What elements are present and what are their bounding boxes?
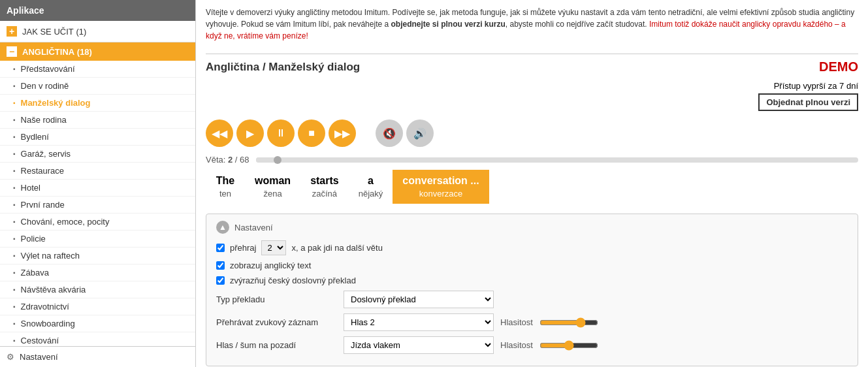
sidebar-item[interactable]: Cestování [0,332,195,346]
access-info: Přístup vyprší za 7 dní Objednat plnou v… [758,81,858,111]
sidebar-item[interactable]: Zábava [0,264,195,281]
setting-row-background: Hlas / šum na pozadí Žádný Jízda vlakem … [216,336,848,354]
gear-icon: ⚙ [7,352,14,362]
sidebar-item[interactable]: Výlet na raftech [0,247,195,264]
sentence-counter: Věta: 2 / 68 [206,155,858,165]
sidebar-footer[interactable]: ⚙ Nastavení [0,346,195,367]
pause-button[interactable]: ⏸ [267,120,295,147]
access-text: Přístup vyprší za 7 dní [774,81,858,91]
sidebar-header: Aplikace [0,0,195,21]
setting-row-highlight-czech: zvýrazňuj český doslovný překlad [216,276,848,285]
playback-control: Hlas 1 Hlas 2 Hlas 3 Hlasitost [344,313,598,331]
sidebar-item[interactable]: Bydlení [0,129,195,146]
word-cell: Theten [206,170,245,204]
plus-icon: + [7,26,17,37]
playback-select[interactable]: Hlas 1 Hlas 2 Hlas 3 [344,313,494,331]
show-english-checkbox[interactable] [216,261,225,270]
word-cell: startszačíná [300,170,349,204]
repeat-label: přehraj [230,243,256,253]
word-cell: anějaký [349,170,393,204]
settings-toggle[interactable]: ▲ Nastavení [216,221,848,234]
sentence-label: Věta: 2 / 68 [206,155,249,165]
setting-row-repeat: přehraj 21345 x, a pak jdi na další větu [216,240,848,255]
word-english: conversation ... [402,175,479,187]
background-sound-select[interactable]: Žádný Jízda vlakem Kavárna [344,336,494,354]
background-sound-label: Hlas / šum na pozadí [216,340,334,350]
progress-bar[interactable] [256,157,858,163]
repeat-checkbox[interactable] [216,244,225,252]
sidebar-item[interactable]: Manželský dialog [0,95,195,112]
progress-fill [256,157,274,163]
english-section-label: ANGLIČTINA [22,47,74,57]
show-english-label: zobrazuj anglický text [230,261,311,270]
sidebar-item[interactable]: Policie [0,231,195,247]
word-czech: začíná [312,189,337,199]
word-english: woman [255,175,291,187]
sidebar-item[interactable]: První rande [0,197,195,214]
playback-volume-label: Hlasitost [500,317,533,327]
sidebar-section-english[interactable]: − ANGLIČTINA (18) [0,42,195,61]
order-button[interactable]: Objednat plnou verzi [758,93,858,111]
word-english: starts [310,175,339,187]
intro-text-2: , abyste mohli co nejdříve začít studova… [506,20,649,29]
translation-type-label: Typ překladu [216,295,334,304]
sidebar-item[interactable]: Snowboarding [0,315,195,332]
settings-icon: ▲ [216,221,229,234]
sidebar-section-how[interactable]: + JAK SE UČIT (1) [0,21,195,42]
repeat-suffix: x, a pak jdi na další větu [291,243,382,253]
sidebar-item[interactable]: Zdravotnictví [0,298,195,315]
how-to-learn-label: JAK SE UČIT [22,27,74,37]
playback-label: Přehrávat zvukový záznam [216,317,334,327]
rewind-button[interactable]: ◀◀ [206,120,233,147]
sidebar-item[interactable]: Chování, emoce, pocity [0,214,195,231]
setting-row-show-english: zobrazuj anglický text [216,261,848,270]
english-section-count: (18) [77,47,92,57]
sidebar-item[interactable]: Den v rodině [0,78,195,95]
volume-up-button[interactable]: 🔊 [406,120,434,147]
divider-1 [206,54,858,54]
play-button[interactable]: ▶ [236,120,264,147]
word-czech: nějaký [359,189,383,199]
sidebar: Aplikace + JAK SE UČIT (1) − ANGLIČTINA … [0,0,196,367]
how-to-learn-count: (1) [76,27,86,37]
content-header: Angličtina / Manželský dialog DEMO [206,59,858,74]
sidebar-item[interactable]: Naše rodina [0,112,195,129]
demo-badge: DEMO [819,59,858,74]
word-czech: ten [219,189,231,199]
volume-mute-button[interactable]: 🔇 [376,120,403,147]
sidebar-items-list: PředstavováníDen v rodiněManželský dialo… [0,61,195,346]
word-cell: womanžena [245,170,300,204]
background-volume-slider[interactable] [539,340,598,351]
translation-type-control: Doslovný překlad Literární překlad [344,291,494,308]
word-english: a [368,175,374,187]
sidebar-title: Aplikace [7,5,44,16]
sidebar-item[interactable]: Garáž, servis [0,146,195,163]
settings-section: ▲ Nastavení přehraj 21345 x, a pak jdi n… [206,214,858,366]
sidebar-footer-label: Nastavení [20,352,58,362]
progress-handle[interactable] [274,156,281,164]
word-cell: conversation ...konverzace [393,170,489,204]
sidebar-item[interactable]: Představování [0,61,195,78]
word-english: The [216,175,234,187]
player-controls: ◀◀▶⏸■▶▶🔇🔊 [206,120,858,147]
intro-text: Vítejte v demoverzi výuky angličtiny met… [206,7,858,42]
sidebar-item[interactable]: Restaurace [0,163,195,180]
highlight-czech-checkbox[interactable] [216,276,225,285]
stop-button[interactable]: ■ [298,120,325,147]
highlight-czech-label: zvýrazňuj český doslovný překlad [230,276,356,285]
word-display: Thetenwomanženastartszačínáanějakýconver… [206,170,858,204]
forward-button[interactable]: ▶▶ [329,120,356,147]
sidebar-item[interactable]: Návštěva akvária [0,281,195,298]
playback-volume-slider[interactable] [539,317,598,328]
setting-row-translation-type: Typ překladu Doslovný překlad Literární … [216,291,848,308]
sidebar-item[interactable]: Hotel [0,180,195,197]
word-czech: konverzace [419,189,462,199]
main-content: Vítejte v demoverzi výuky angličtiny met… [196,0,868,367]
translation-type-select[interactable]: Doslovný překlad Literární překlad [344,291,494,308]
background-sound-control: Žádný Jízda vlakem Kavárna Hlasitost [344,336,598,354]
intro-bold: objednejte si plnou verzi kurzu [391,20,505,29]
background-volume-label: Hlasitost [500,340,533,350]
page-title: Angličtina / Manželský dialog [206,61,360,74]
settings-title: Nastavení [234,223,273,232]
repeat-select[interactable]: 21345 [261,240,286,255]
